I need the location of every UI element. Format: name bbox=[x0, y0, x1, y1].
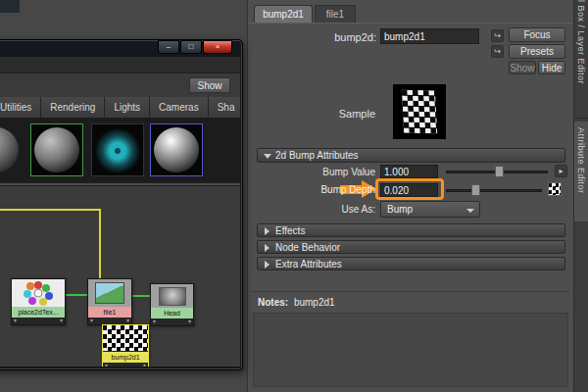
notes-row: Notes: bump2d1 bbox=[258, 297, 335, 308]
connector-icon: ▾ bbox=[126, 318, 129, 324]
maximize-icon[interactable]: □ bbox=[180, 40, 202, 54]
focus-button[interactable]: Focus bbox=[509, 27, 565, 42]
chevron-right-icon bbox=[265, 261, 270, 269]
bump-value-slider-handle[interactable] bbox=[495, 166, 504, 177]
sphere-preview bbox=[154, 127, 199, 172]
material-swatch-selected[interactable] bbox=[30, 123, 83, 176]
minimize-icon[interactable]: – bbox=[158, 40, 179, 54]
bump-depth-slider-handle[interactable] bbox=[471, 184, 480, 196]
tab-utilities[interactable]: Utilities bbox=[0, 97, 41, 118]
sample-swatch bbox=[393, 84, 446, 139]
node-label: Head bbox=[151, 308, 193, 318]
texture-swatch-checker[interactable] bbox=[91, 123, 144, 176]
connector-icon: ▾ bbox=[90, 318, 93, 324]
connection-wire-green bbox=[66, 294, 88, 296]
connector-icon: ▾ bbox=[14, 318, 17, 324]
material-swatch-partial[interactable] bbox=[0, 127, 19, 172]
chevron-right-icon bbox=[265, 244, 270, 252]
presets-button[interactable]: Presets bbox=[509, 44, 565, 59]
notes-divider bbox=[252, 291, 569, 292]
section-title: Extra Attributes bbox=[275, 259, 342, 270]
bump-value-map-button[interactable]: ▸ bbox=[555, 165, 567, 177]
sphere-preview bbox=[34, 127, 79, 172]
notes-textarea[interactable] bbox=[253, 313, 568, 387]
node-place2d-texture[interactable]: place2dTex... ▾ ▾ bbox=[11, 278, 66, 325]
connection-wire-yellow bbox=[0, 209, 101, 211]
background-window-fragment bbox=[0, 0, 20, 13]
toolbar: Show bbox=[0, 74, 240, 97]
section-effects[interactable]: Effects bbox=[257, 223, 565, 237]
category-tabs: Utilities Rendering Lights Cameras Sha bbox=[0, 97, 240, 118]
node-connectors[interactable]: ▾ ▾ bbox=[103, 363, 148, 367]
file-texture-icon bbox=[88, 279, 131, 307]
hide-button[interactable]: Hide bbox=[538, 61, 565, 74]
connection-wire-yellow bbox=[99, 209, 101, 278]
attribute-editor-panel: bump2d1 file1 bump2d: ↪ ↪ Focus Presets … bbox=[247, 0, 573, 392]
tab-lights[interactable]: Lights bbox=[105, 97, 150, 118]
use-as-dropdown[interactable]: Bump bbox=[380, 201, 480, 218]
branch-arrow-icon[interactable]: ↪ bbox=[491, 45, 504, 58]
connector-icon: ▾ bbox=[105, 363, 108, 367]
bump-depth-slider[interactable] bbox=[446, 189, 542, 192]
close-icon[interactable]: × bbox=[203, 40, 232, 54]
branch-arrow-icon[interactable]: ↪ bbox=[491, 29, 504, 42]
section-title: Node Behavior bbox=[275, 242, 340, 253]
connector-icon: ▾ bbox=[60, 318, 63, 324]
section-2d-bump-attributes[interactable]: 2d Bump Attributes bbox=[257, 148, 565, 163]
bump-value-label: Bump Value bbox=[291, 167, 375, 177]
node-file1[interactable]: file1 ▾ ▾ bbox=[87, 278, 132, 325]
use-as-selected-value: Bump bbox=[387, 204, 413, 215]
tab-shaders[interactable]: Sha bbox=[209, 97, 240, 118]
menu-bar bbox=[0, 57, 240, 74]
checker-texture-preview bbox=[402, 90, 437, 134]
node-bump2d1-selected[interactable]: bump2d1 ▾ ▾ bbox=[102, 324, 149, 367]
connector-icon: ▾ bbox=[188, 318, 191, 325]
bump-checker-icon bbox=[103, 325, 148, 352]
tab-attribute-editor[interactable]: Attribute Editor bbox=[576, 127, 586, 194]
connection-wire-green bbox=[132, 295, 151, 297]
swatch-strip bbox=[0, 118, 240, 182]
tab-rendering[interactable]: Rendering bbox=[41, 97, 105, 118]
notes-value: bump2d1 bbox=[294, 297, 335, 308]
material-icon bbox=[151, 284, 193, 308]
node-label: place2dTex... bbox=[12, 307, 65, 318]
connector-icon: ▾ bbox=[153, 318, 156, 325]
bump-depth-texture-button[interactable] bbox=[548, 182, 562, 196]
tab-channel-box-layer-editor[interactable]: l Box / Layer Editor bbox=[576, 0, 586, 84]
maya-workspace: bump2d1 file1 bump2d: ↪ ↪ Focus Presets … bbox=[0, 0, 588, 392]
annotation-highlight-box bbox=[375, 178, 444, 200]
node-connectors[interactable]: ▾ ▾ bbox=[151, 318, 193, 325]
tab-cameras[interactable]: Cameras bbox=[150, 97, 209, 118]
sample-label: Sample bbox=[307, 108, 375, 120]
node-head-material[interactable]: Head ▾ ▾ bbox=[150, 283, 194, 326]
connector-icon: ▾ bbox=[143, 363, 146, 367]
show-button[interactable]: Show bbox=[189, 77, 230, 93]
bump-value-field[interactable] bbox=[380, 165, 438, 178]
window-controls: – □ × bbox=[158, 40, 232, 54]
node-connectors[interactable]: ▾ ▾ bbox=[12, 318, 65, 324]
section-extra-attributes[interactable]: Extra Attributes bbox=[257, 257, 565, 270]
place2d-texture-icon bbox=[12, 279, 65, 307]
tab-bump2d1[interactable]: bump2d1 bbox=[254, 5, 313, 23]
section-title: 2d Bump Attributes bbox=[275, 150, 359, 161]
section-title: Effects bbox=[275, 225, 305, 236]
chevron-down-icon bbox=[264, 154, 271, 159]
panel-tab-strip: l Box / Layer Editor Attribute Editor bbox=[573, 0, 588, 392]
hypershade-content: Show Utilities Rendering Lights Cameras … bbox=[0, 57, 240, 367]
tab-file1[interactable]: file1 bbox=[315, 5, 356, 23]
bump-depth-label: Bump Depth bbox=[291, 184, 375, 195]
node-connectors[interactable]: ▾ ▾ bbox=[88, 318, 131, 324]
show-button[interactable]: Show bbox=[509, 61, 536, 74]
notes-label: Notes: bbox=[258, 297, 288, 308]
teal-glow-preview bbox=[92, 124, 143, 175]
node-name-field[interactable] bbox=[380, 28, 479, 44]
chevron-down-icon bbox=[466, 209, 474, 213]
node-graph-area[interactable]: place2dTex... ▾ ▾ file1 ▾ ▾ bbox=[0, 186, 240, 367]
section-node-behavior[interactable]: Node Behavior bbox=[257, 240, 565, 254]
tab-divider bbox=[248, 23, 573, 24]
chevron-right-icon bbox=[265, 227, 270, 235]
hypershade-window: – □ × Show Utilities Rendering Lights Ca… bbox=[0, 39, 243, 370]
node-type-label: bump2d: bbox=[287, 31, 376, 43]
node-label: file1 bbox=[88, 307, 131, 318]
material-swatch-shiny[interactable] bbox=[150, 123, 203, 176]
